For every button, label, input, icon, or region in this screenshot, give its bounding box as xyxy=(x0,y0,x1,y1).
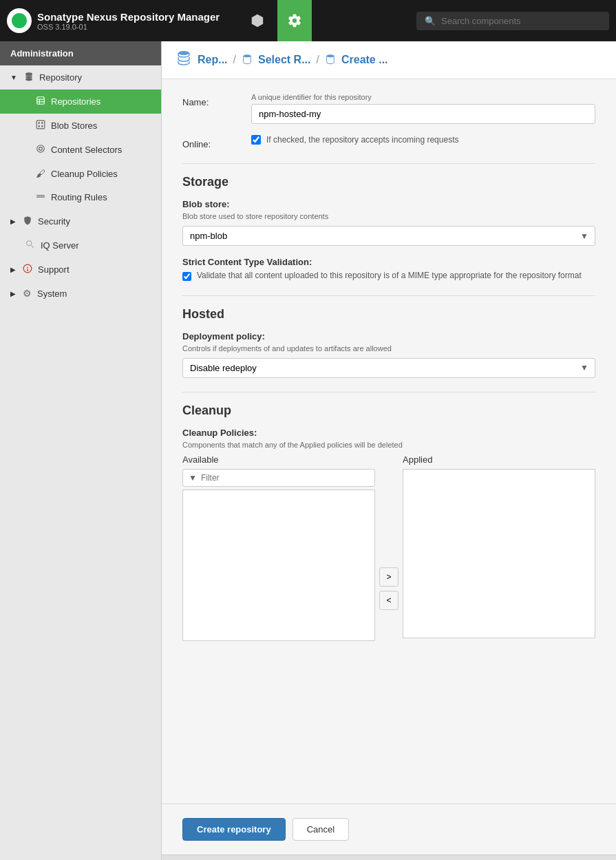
admin-header: Administration xyxy=(0,41,161,65)
blob-icon xyxy=(36,120,45,132)
applied-label: Applied xyxy=(403,454,595,465)
expand-icon-security: ▶ xyxy=(10,218,16,225)
iq-icon xyxy=(25,240,35,251)
sidebar-item-label: Repositories xyxy=(51,96,100,107)
svg-rect-12 xyxy=(36,195,45,196)
sidebar-item-label: IQ Server xyxy=(41,240,79,251)
blob-store-hint: Blob store used to store repository cont… xyxy=(182,212,595,220)
create-repository-button[interactable]: Create repository xyxy=(182,818,286,841)
deployment-hint: Controls if deployments of and updates t… xyxy=(182,344,595,353)
storage-section-title: Storage xyxy=(182,163,595,189)
sidebar-item-label: Repository xyxy=(39,72,82,83)
sidebar-item-routing-rules[interactable]: Routing Rules xyxy=(0,185,161,209)
breadcrumb-icon2 xyxy=(242,54,253,67)
svg-point-18 xyxy=(178,51,189,55)
deployment-select[interactable]: Disable redeploy Allow redeploy Read-onl… xyxy=(182,358,595,378)
sidebar-item-cleanup-policies[interactable]: 🖌 Cleanup Policies xyxy=(0,162,161,185)
hosted-section-title: Hosted xyxy=(182,295,595,322)
name-hint: A unique identifier for this repository xyxy=(251,93,595,101)
strict-checkbox[interactable] xyxy=(182,272,191,281)
search-bar: 🔍 xyxy=(416,12,609,30)
online-checkbox[interactable] xyxy=(251,135,261,145)
strict-hint: Validate that all content uploaded to th… xyxy=(197,270,582,282)
deployment-select-wrap: Disable redeploy Allow redeploy Read-onl… xyxy=(182,358,595,378)
strict-validation-section: Strict Content Type Validation: Validate… xyxy=(182,257,595,282)
blob-store-title: Blob store: xyxy=(182,199,595,209)
cleanup-applied-col: Applied xyxy=(403,454,595,641)
cleanup-policies-hint: Components that match any of the Applied… xyxy=(182,441,595,449)
available-label: Available xyxy=(182,454,375,465)
topbar: Sonatype Nexus Repository Manager OSS 3.… xyxy=(0,0,616,41)
gear-icon-button[interactable] xyxy=(277,0,312,41)
search-input[interactable] xyxy=(441,16,601,26)
breadcrumb-sep1: / xyxy=(233,54,236,66)
breadcrumb-icon3 xyxy=(325,54,336,67)
cancel-button[interactable]: Cancel xyxy=(293,818,349,841)
breadcrumb-sep2: / xyxy=(317,54,319,66)
breadcrumb-part3[interactable]: Create ... xyxy=(341,54,388,66)
sidebar-item-support[interactable]: ▶ Support xyxy=(0,258,161,282)
cleanup-arrows: > < xyxy=(375,454,403,641)
svg-rect-13 xyxy=(36,197,45,198)
content-icon xyxy=(36,144,45,156)
sidebar-item-system[interactable]: ▶ ⚙ System xyxy=(0,282,161,305)
logo-icon xyxy=(7,8,32,33)
topbar-icons xyxy=(240,0,312,41)
sidebar-item-label: System xyxy=(37,289,67,299)
sidebar-item-iq-server[interactable]: IQ Server xyxy=(0,233,161,258)
online-checkbox-row: If checked, the repository accepts incom… xyxy=(251,135,595,145)
database-icon xyxy=(24,72,34,83)
cleanup-columns: Available ▼ > < Applied xyxy=(182,454,595,641)
sidebar-item-label: Cleanup Policies xyxy=(51,169,118,179)
breadcrumb-part2[interactable]: Select R... xyxy=(258,54,310,66)
move-left-button[interactable]: < xyxy=(379,591,399,610)
sidebar-item-repository[interactable]: ▼ Repository xyxy=(0,65,161,90)
svg-point-17 xyxy=(27,270,28,271)
svg-point-20 xyxy=(327,54,334,57)
app-title: Sonatype Nexus Repository Manager OSS 3.… xyxy=(37,11,220,31)
sidebar-item-content-selectors[interactable]: Content Selectors xyxy=(0,138,161,162)
expand-icon-support: ▶ xyxy=(10,266,16,273)
filter-input[interactable] xyxy=(201,473,369,483)
cleanup-policies-title: Cleanup Policies: xyxy=(182,428,595,438)
move-right-button[interactable]: > xyxy=(379,567,399,587)
scroll-hint xyxy=(162,854,616,860)
strict-check-row: Validate that all content uploaded to th… xyxy=(182,270,595,282)
svg-point-11 xyxy=(39,147,43,151)
sidebar-item-label: Content Selectors xyxy=(51,145,122,155)
breadcrumb-part1[interactable]: Rep... xyxy=(198,54,228,66)
footer-buttons: Create repository Cancel xyxy=(162,804,616,854)
svg-rect-6 xyxy=(39,123,40,124)
blob-store-select-wrap: npm-blob ▼ xyxy=(182,226,595,246)
name-row: Name: A unique identifier for this repos… xyxy=(182,93,595,124)
strict-label: Strict Content Type Validation: xyxy=(182,257,595,267)
sidebar-item-label: Support xyxy=(38,264,70,275)
app-logo: Sonatype Nexus Repository Manager OSS 3.… xyxy=(7,8,220,33)
expand-icon-system: ▶ xyxy=(10,290,16,297)
online-hint: If checked, the repository accepts incom… xyxy=(266,135,458,145)
sidebar-item-blob-stores[interactable]: Blob Stores xyxy=(0,114,161,138)
name-input[interactable] xyxy=(251,104,595,124)
app-name: Sonatype Nexus Repository Manager xyxy=(37,11,220,23)
routing-icon xyxy=(36,191,45,203)
table-icon xyxy=(36,96,45,107)
available-list xyxy=(182,490,375,641)
filter-box: ▼ xyxy=(182,469,375,487)
sidebar-item-repositories[interactable]: Repositories xyxy=(0,90,161,114)
online-label: Online: xyxy=(182,135,237,149)
applied-list xyxy=(403,469,595,638)
sidebar-item-security[interactable]: ▶ Security xyxy=(0,209,161,233)
form-area: Name: A unique identifier for this repos… xyxy=(162,79,616,804)
package-icon-button[interactable] xyxy=(240,0,275,41)
cleanup-available-col: Available ▼ xyxy=(182,454,375,641)
deployment-label: Deployment policy: xyxy=(182,331,595,342)
blob-store-select[interactable]: npm-blob xyxy=(182,226,595,246)
svg-rect-9 xyxy=(41,125,43,127)
breadcrumb: Rep... / Select R... / Create ... xyxy=(162,41,616,79)
logo-inner xyxy=(12,13,27,28)
svg-point-14 xyxy=(27,241,32,246)
filter-icon: ▼ xyxy=(189,473,197,483)
svg-rect-5 xyxy=(36,120,45,129)
main-layout: Administration ▼ Repository Repositories… xyxy=(0,41,616,860)
svg-rect-1 xyxy=(37,97,45,105)
